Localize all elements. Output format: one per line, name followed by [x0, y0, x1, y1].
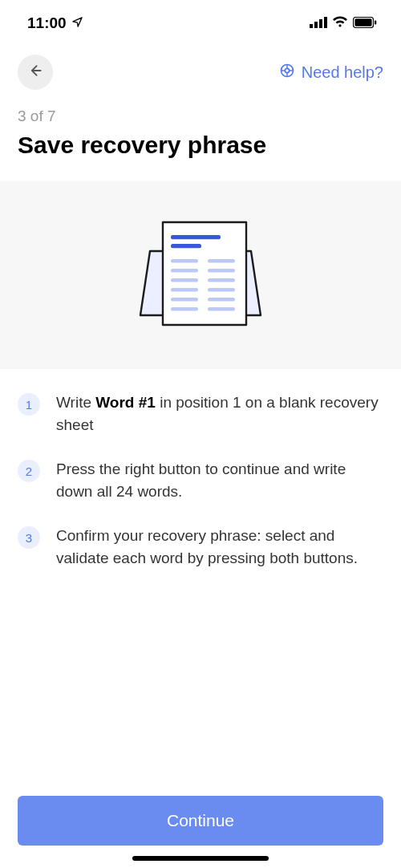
arrow-left-icon [27, 63, 43, 82]
svg-rect-26 [208, 298, 235, 302]
status-bar-left: 11:00 [27, 14, 83, 32]
svg-rect-2 [319, 19, 322, 28]
step-row: 3 Confirm your recovery phrase: select a… [18, 525, 383, 569]
svg-point-8 [285, 68, 289, 72]
svg-rect-16 [171, 244, 201, 248]
step-text: Press the right button to continue and w… [56, 458, 383, 502]
step-text: Write Word #1 in position 1 on a blank r… [56, 391, 383, 436]
svg-rect-21 [171, 278, 198, 282]
status-time: 11:00 [27, 14, 67, 32]
status-bar-right [310, 14, 377, 32]
svg-rect-23 [171, 288, 198, 292]
title-block: 3 of 7 Save recovery phrase [0, 96, 401, 181]
battery-icon [353, 14, 377, 32]
continue-button[interactable]: Continue [18, 796, 383, 846]
svg-rect-5 [354, 18, 371, 26]
step-text-prefix: Write [56, 394, 95, 411]
step-text-prefix: Confirm your recovery phrase: select and… [56, 527, 358, 566]
step-number-badge: 2 [18, 460, 40, 482]
step-text: Confirm your recovery phrase: select and… [56, 525, 383, 569]
step-row: 1 Write Word #1 in position 1 on a blank… [18, 391, 383, 436]
svg-rect-18 [208, 259, 235, 263]
svg-rect-0 [310, 24, 313, 28]
status-bar: 11:00 [0, 0, 401, 40]
svg-rect-22 [208, 278, 235, 282]
step-text-bold: Word #1 [95, 394, 156, 411]
svg-rect-27 [171, 307, 198, 311]
svg-rect-25 [171, 298, 198, 302]
svg-rect-3 [324, 17, 327, 28]
svg-rect-6 [375, 21, 376, 25]
illustration-area [0, 181, 401, 369]
step-number-badge: 1 [18, 393, 40, 416]
location-services-icon [71, 14, 83, 32]
step-indicator: 3 of 7 [18, 107, 383, 125]
step-row: 2 Press the right button to continue and… [18, 458, 383, 502]
header-row: Need help? [0, 40, 401, 96]
help-icon [279, 63, 295, 83]
svg-rect-17 [171, 259, 198, 263]
cellular-signal-icon [310, 14, 327, 32]
step-number-badge: 3 [18, 526, 40, 549]
home-indicator[interactable] [132, 856, 269, 861]
need-help-label: Need help? [302, 63, 383, 82]
svg-rect-15 [171, 235, 221, 239]
svg-rect-20 [208, 269, 235, 273]
back-button[interactable] [18, 55, 53, 90]
need-help-link[interactable]: Need help? [279, 63, 383, 83]
svg-rect-24 [208, 288, 235, 292]
step-text-prefix: Press the right button to continue and w… [56, 460, 346, 500]
svg-rect-19 [171, 269, 198, 273]
steps-list: 1 Write Word #1 in position 1 on a blank… [0, 369, 401, 614]
svg-rect-28 [208, 307, 235, 311]
page-title: Save recovery phrase [18, 132, 383, 159]
wifi-icon [332, 14, 348, 32]
recovery-sheet-illustration [131, 217, 270, 333]
svg-rect-1 [314, 22, 318, 28]
